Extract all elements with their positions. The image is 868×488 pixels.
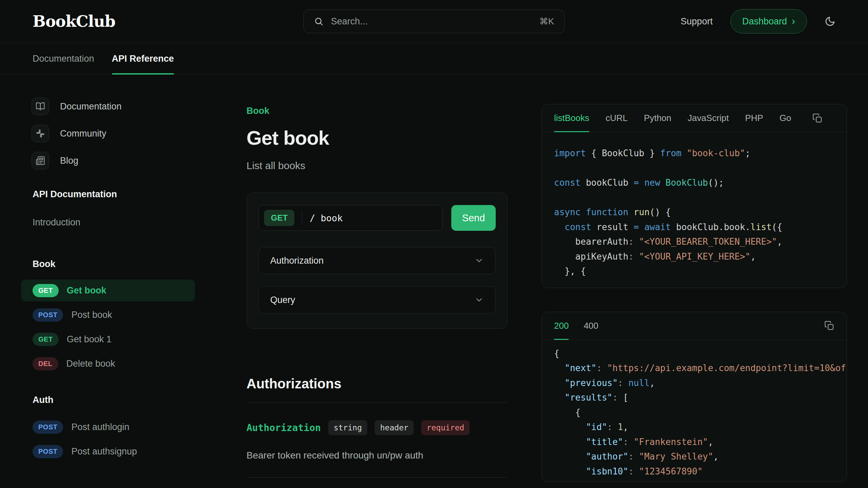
code-sample-panel: listBooks cURL Python JavaScript PHP Go … (541, 104, 847, 288)
tab-javascript[interactable]: JavaScript (688, 104, 729, 132)
code-line: "results": [ (554, 390, 834, 405)
tab-api-reference[interactable]: API Reference (112, 43, 174, 74)
sidebar-item-community[interactable]: Community (21, 125, 195, 142)
tab-documentation[interactable]: Documentation (33, 43, 94, 74)
sidebar-item-label: Post book (71, 310, 112, 320)
param-description: Bearer token received through un/pw auth (246, 450, 508, 461)
sidebar-item-post-authlogin[interactable]: POST Post authlogin (21, 415, 195, 439)
code-column: listBooks cURL Python JavaScript PHP Go … (541, 75, 847, 482)
code-line: const result = await bookClub.book.list(… (554, 220, 834, 235)
chevron-down-icon (474, 256, 484, 265)
dashboard-button[interactable]: Dashboard › (730, 9, 807, 34)
sidebar-item-label: Blog (60, 156, 78, 166)
code-sample: import { BookClub } from "book-club"; co… (542, 132, 847, 288)
code-tabs: listBooks cURL Python JavaScript PHP Go (542, 104, 847, 132)
tab-python[interactable]: Python (644, 104, 671, 132)
sidebar-item-delete-book[interactable]: DEL Delete book (21, 351, 195, 376)
send-button[interactable]: Send (451, 205, 496, 231)
tab-200[interactable]: 200 (554, 312, 569, 340)
code-line: "isbn10": "1234567890" (554, 464, 834, 479)
search-input[interactable]: Search... ⌘K (303, 9, 565, 33)
code-line: async function run() { (554, 205, 834, 220)
sidebar-item-get-book-1[interactable]: GET Get book 1 (21, 327, 195, 351)
breadcrumb-tag: Book (246, 106, 508, 116)
method-badge-get: GET (264, 210, 294, 226)
code-line: "title": "Frankenstein", (554, 435, 834, 450)
search-shortcut: ⌘K (539, 16, 554, 27)
doc-nav-tabs: Documentation API Reference (0, 43, 868, 75)
code-line: "next": "https://api.example.com/endpoin… (554, 361, 834, 376)
book-open-icon (32, 98, 49, 115)
sidebar-section-book: Book (21, 259, 195, 269)
sidebar-item-post-authsignup[interactable]: POST Post authsignup (21, 439, 195, 464)
search-placeholder: Search... (331, 16, 532, 27)
code-line: "id": 1, (554, 420, 834, 435)
sidebar-item-introduction[interactable]: Introduction (21, 217, 195, 228)
method-badge-post: POST (33, 308, 63, 322)
copy-response-button[interactable] (824, 321, 834, 331)
chevron-right-icon: › (792, 16, 795, 26)
method-badge-post: POST (33, 421, 63, 434)
doc-main: Book Get book List all books GET / book … (246, 75, 508, 477)
response-panel: 200 400 { "next": "https://api.example.c… (541, 312, 847, 482)
sidebar-item-label: Get book 1 (67, 334, 112, 345)
divider (246, 477, 508, 477)
method-badge-get: GET (33, 333, 59, 346)
code-line: { (554, 405, 834, 420)
tab-go[interactable]: Go (780, 104, 791, 132)
page-subtitle: List all books (246, 160, 508, 171)
sidebar-item-post-book[interactable]: POST Post book (21, 303, 195, 327)
sidebar-item-blog[interactable]: Blog (21, 152, 195, 169)
divider (246, 402, 508, 403)
newspaper-icon (32, 152, 49, 169)
support-link[interactable]: Support (680, 16, 713, 27)
tab-listbooks[interactable]: listBooks (554, 104, 589, 132)
chevron-down-icon (474, 295, 484, 305)
code-line: apiKeyAuth: "<YOUR_API_KEY_HERE>", (554, 249, 834, 264)
code-line: { (554, 346, 834, 361)
tab-php[interactable]: PHP (745, 104, 763, 132)
response-tabs: 200 400 (542, 312, 847, 340)
page-title: Get book (246, 126, 508, 149)
authorization-dropdown[interactable]: Authorization (258, 247, 496, 274)
dark-mode-toggle[interactable] (825, 16, 835, 27)
code-line: }, { (554, 264, 834, 279)
code-line (554, 190, 834, 205)
code-line: bearerAuth: "<YOUR_BEARER_TOKEN_HERE>", (554, 235, 834, 249)
app-header: BookClub Search... ⌘K Support Dashboard … (0, 0, 868, 43)
response-body: { "next": "https://api.example.com/endpo… (542, 340, 847, 482)
required-badge: required (421, 420, 470, 435)
request-path: / book (310, 213, 343, 223)
tab-400[interactable]: 400 (584, 312, 598, 340)
method-badge-del: DEL (33, 357, 58, 370)
sidebar-item-label: Documentation (60, 101, 122, 112)
api-playground: GET / book Send Authorization Query (246, 192, 508, 329)
copy-code-button[interactable] (812, 113, 823, 123)
code-line: "author": "Mary Shelley", (554, 449, 834, 464)
sidebar-item-label: Community (60, 128, 106, 139)
code-line: import { BookClub } from "book-club"; (554, 146, 834, 161)
search-icon (314, 17, 323, 26)
slack-icon (32, 125, 49, 142)
method-badge-post: POST (33, 445, 63, 458)
sidebar-item-label: Post authlogin (71, 422, 129, 432)
sidebar-item-documentation[interactable]: Documentation (21, 98, 195, 115)
tab-curl[interactable]: cURL (606, 104, 628, 132)
method-badge-get: GET (33, 284, 59, 297)
location-badge: header (375, 420, 414, 435)
sidebar-item-label: Get book (67, 285, 106, 296)
copy-icon (824, 321, 834, 331)
code-line: const bookClub = new BookClub(); (554, 176, 834, 190)
app-logo[interactable]: BookClub (33, 12, 115, 30)
authorizations-heading: Authorizations (246, 376, 508, 391)
sidebar-item-label: Post authsignup (71, 446, 137, 457)
copy-icon (812, 113, 823, 123)
sidebar-item-label: Delete book (66, 359, 115, 369)
code-line (554, 161, 834, 176)
sidebar-item-get-book[interactable]: GET Get book (21, 280, 195, 301)
query-dropdown[interactable]: Query (258, 286, 496, 313)
request-path-bar[interactable]: GET / book (258, 205, 442, 231)
code-line: "previous": null, (554, 376, 834, 391)
moon-icon (825, 16, 835, 27)
sidebar-section-auth: Auth (21, 395, 195, 405)
